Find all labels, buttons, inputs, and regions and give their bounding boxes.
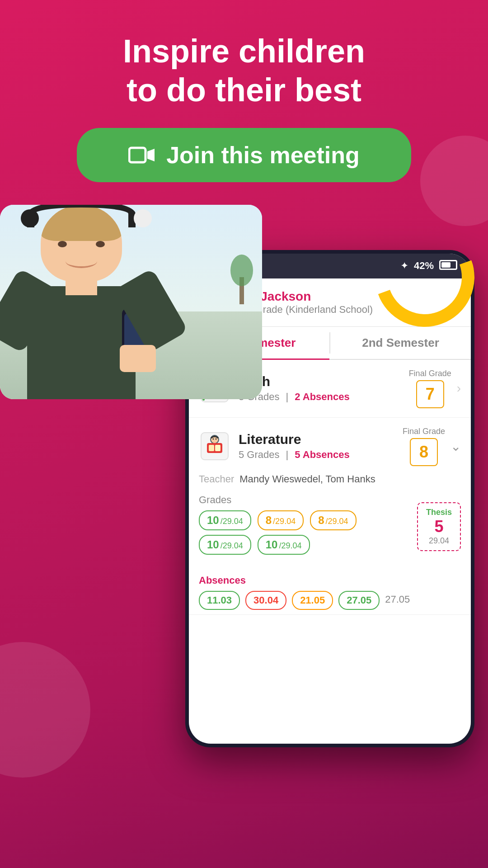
absence-4: 27.05 <box>338 591 380 610</box>
video-card <box>0 205 262 399</box>
grade-chip-1: 10 /29.04 <box>199 510 251 530</box>
join-button-label: Join this meeting <box>166 142 360 169</box>
literature-grade-number: 8 <box>410 438 438 466</box>
video-camera-icon <box>128 145 155 165</box>
math-absences: 2 Absences <box>295 391 349 403</box>
math-grade-number: 7 <box>416 380 444 408</box>
thesis-date: 29.04 <box>429 536 449 546</box>
grade-chip-3: 8 /29.04 <box>310 510 356 530</box>
absence-3: 21.05 <box>292 591 333 610</box>
literature-meta: 5 Grades | 5 Absences <box>239 449 403 461</box>
thesis-box: Thesis 5 29.04 <box>417 502 461 551</box>
absence-1: 11.03 <box>199 591 240 610</box>
header-title: Inspire children to do their best <box>0 0 488 128</box>
literature-grade-box: Final Grade 8 <box>403 427 445 466</box>
math-final-grade-label: Final Grade <box>409 369 451 378</box>
absence-5: 27.05 <box>385 591 410 610</box>
literature-grades-count: 5 Grades <box>239 449 280 461</box>
svg-rect-17 <box>209 445 214 451</box>
absences-section: Absences 11.03 30.04 21.05 27.05 27.05 <box>189 570 471 614</box>
grades-section: Grades 10 /29.04 8 /29.04 <box>189 488 471 570</box>
literature-final-grade-label: Final Grade <box>403 427 445 436</box>
phone-scene: ✦ 42% <box>0 205 488 793</box>
literature-details: Literature 5 Grades | 5 Absences <box>239 432 403 461</box>
literature-icon <box>199 430 230 462</box>
teacher-label: Teacher <box>199 473 234 485</box>
math-grade-box: Final Grade 7 <box>409 369 451 408</box>
grades-row-2: 10 /29.04 10 /29.04 <box>199 535 411 555</box>
absence-2: 30.04 <box>245 591 286 610</box>
svg-point-21 <box>216 439 217 440</box>
math-chevron-right[interactable]: › <box>457 381 461 396</box>
literature-chevron-down[interactable]: ⌄ <box>450 439 461 454</box>
grades-label: Grades <box>199 494 411 506</box>
teacher-row: Teacher Mandy Wieswedel, Tom Hanks <box>189 471 471 488</box>
battery-percent: 42% <box>414 260 434 272</box>
tab-2nd-semester[interactable]: 2nd Semester <box>330 327 471 359</box>
grade-chip-2: 8 /29.04 <box>258 510 304 530</box>
literature-name: Literature <box>239 432 403 447</box>
bluetooth-icon: ✦ <box>400 260 408 272</box>
thesis-number: 5 <box>434 517 443 536</box>
grade-chip-5: 10 /29.04 <box>258 535 310 555</box>
svg-rect-18 <box>215 445 221 451</box>
absences-label: Absences <box>199 575 461 586</box>
thesis-label: Thesis <box>426 508 452 517</box>
math-meta: 3 Grades | 2 Absences <box>239 391 409 403</box>
svg-point-20 <box>213 439 214 440</box>
math-name: Math <box>239 374 409 389</box>
math-details: Math 3 Grades | 2 Absences <box>239 374 409 403</box>
grade-chip-4: 10 /29.04 <box>199 535 251 555</box>
grades-row-1: 10 /29.04 8 /29.04 8 /29.04 <box>199 510 411 530</box>
svg-rect-0 <box>129 148 145 162</box>
literature-absences: 5 Absences <box>295 449 349 461</box>
absences-row: 11.03 30.04 21.05 27.05 27.05 <box>199 591 461 610</box>
join-meeting-button[interactable]: Join this meeting <box>77 128 411 182</box>
teacher-name: Mandy Wieswedel, Tom Hanks <box>239 473 375 485</box>
subject-item-literature[interactable]: Literature 5 Grades | 5 Absences Final G… <box>189 418 471 615</box>
